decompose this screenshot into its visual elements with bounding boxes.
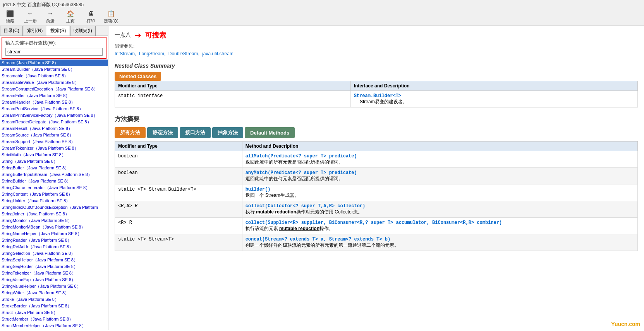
method-desc: 执行该流的元素 mutable reduction操作。 bbox=[246, 226, 333, 231]
list-item[interactable]: Stub（Java Platform SE 8） bbox=[0, 329, 108, 330]
modifier-cell: static <T> Stream<T> bbox=[115, 234, 242, 251]
list-item[interactable]: StringMonitor（Java Platform SE 8） bbox=[0, 217, 108, 224]
list-item[interactable]: StringBuffer（Java Platform SE 8） bbox=[0, 165, 108, 171]
list-item[interactable]: StringJoiner（Java Platform SE 8） bbox=[0, 211, 108, 217]
modifier-text: static <T> Stream<T> bbox=[118, 237, 174, 242]
list-item[interactable]: StreamCorruptedException（Java Platform S… bbox=[0, 86, 108, 92]
list-item[interactable]: Streamable（Java Platform SE 8） bbox=[0, 73, 108, 79]
see-also-link-doublestream[interactable]: DoubleStream, bbox=[168, 51, 199, 56]
list-item[interactable]: StringCharacterIterator（Java Platform SE… bbox=[0, 184, 108, 191]
list-item[interactable]: StructMember（Java Platform SE 8） bbox=[0, 316, 108, 322]
tab-default-methods[interactable]: Default Methods bbox=[245, 127, 295, 138]
list-item[interactable]: StreamPrintServiceFactory（Java Platform … bbox=[0, 112, 108, 119]
method-cell: allMatch(Predicate<? super T> predicate)… bbox=[242, 151, 637, 168]
list-item[interactable]: StringMonitorMBean（Java Platform SE 8） bbox=[0, 224, 108, 230]
builder-link[interactable]: builder() bbox=[246, 187, 271, 192]
collect1-link[interactable]: collect(Collector<? super T,A,R> collect… bbox=[246, 203, 366, 209]
list-item[interactable]: StreamResult（Java Platform SE 8） bbox=[0, 125, 108, 132]
list-item[interactable]: Stream (Java Platform SE 8） bbox=[0, 60, 108, 66]
tab-static-methods[interactable]: 静态方法 bbox=[147, 127, 178, 138]
list-item[interactable]: StringWriter（Java Platform SE 8） bbox=[0, 290, 108, 296]
modifier-cell: <R> R bbox=[115, 218, 242, 234]
list-item[interactable]: StreamSource（Java Platform SE 8） bbox=[0, 132, 108, 138]
tab-all-methods[interactable]: 所有方法 bbox=[115, 127, 146, 138]
method-table: Modifier and Type Method and Description… bbox=[115, 141, 638, 251]
annotation-area: 一点八 ➔ 可搜索 bbox=[115, 29, 638, 41]
list-container[interactable]: Stream (Java Platform SE 8） Stream.Build… bbox=[0, 60, 108, 330]
method-col-modifier: Modifier and Type bbox=[115, 142, 242, 151]
see-also-link-intstream[interactable]: IntStream, bbox=[115, 51, 136, 56]
modifier-text: <R> R bbox=[118, 220, 132, 225]
tab-favorites[interactable]: 收藏夹(I) bbox=[70, 26, 95, 36]
tabs-row: 目录(C) 索引(N) 搜索(S) 收藏夹(I) bbox=[0, 26, 108, 36]
right-panel: 一点八 ➔ 可搜索 另请参见: IntStream, LongStream, D… bbox=[108, 26, 644, 330]
method-desc: 创建一个懒洋洋的级联流的元素的所有元素的第一流通过第二个流的元素。 bbox=[246, 242, 399, 248]
back-button[interactable]: ← 上一步 bbox=[23, 10, 37, 24]
list-item[interactable]: StringBufferInputStream（Java Platform SE… bbox=[0, 171, 108, 178]
list-item[interactable]: StringSeqHolder（Java Platform SE 8） bbox=[0, 263, 108, 270]
nested-classes-header-btn[interactable]: Nested Classes bbox=[115, 72, 161, 81]
tab-abstract-methods[interactable]: 抽象方法 bbox=[212, 127, 243, 138]
options-button[interactable]: 📋 选项(Q) bbox=[104, 10, 118, 24]
tab-interface-methods[interactable]: 接口方法 bbox=[180, 127, 211, 138]
list-item[interactable]: StringHolder（Java Platform SE 8） bbox=[0, 198, 108, 204]
list-item[interactable]: StringReader（Java Platform SE 8） bbox=[0, 237, 108, 244]
list-item[interactable]: StringRefAddr（Java Platform SE 8） bbox=[0, 244, 108, 250]
anymatch-link[interactable]: anyMatch(Predicate<? super T> predicate) bbox=[246, 170, 357, 176]
method-desc: 返回一个 Stream生成器。 bbox=[246, 193, 299, 198]
concat-link[interactable]: concat(Stream<? extends T> a, Stream<? e… bbox=[246, 237, 390, 242]
annotation-label: 一点八 bbox=[115, 32, 131, 39]
method-cell: builder() 返回一个 Stream生成器。 bbox=[242, 184, 637, 201]
see-also-link-longstream[interactable]: LongStream, bbox=[139, 51, 166, 56]
list-item[interactable]: StreamableValue（Java Platform SE 8） bbox=[0, 79, 108, 86]
list-item[interactable]: StringSelection（Java Platform SE 8） bbox=[0, 250, 108, 257]
home-button[interactable]: 🏠 主页 bbox=[64, 10, 77, 24]
list-item[interactable]: StringTokenizer（Java Platform SE 8） bbox=[0, 270, 108, 276]
search-input[interactable] bbox=[5, 48, 103, 56]
tab-index[interactable]: 索引(N) bbox=[24, 26, 46, 36]
list-item[interactable]: Stroke（Java Platform SE 8） bbox=[0, 296, 108, 303]
list-item[interactable]: StrictMath（Java Platform SE 8） bbox=[0, 152, 108, 158]
method-desc: 返回此流中的任何元素是否匹配所提供的谓词。 bbox=[246, 176, 343, 181]
search-label: 输入关键字进行查找(W): bbox=[3, 38, 105, 47]
list-item[interactable]: Stream.Builder（Java Platform SE 8） bbox=[0, 66, 108, 73]
hide-icon: ⬛ bbox=[5, 10, 15, 17]
see-also-link-javautilstream[interactable]: java.util.stream bbox=[202, 51, 234, 56]
stream-builder-link[interactable]: Stream.Builder<T> bbox=[354, 93, 401, 99]
list-item[interactable]: StreamTokenizer（Java Platform SE 8） bbox=[0, 145, 108, 152]
method-cell: anyMatch(Predicate<? super T> predicate)… bbox=[242, 168, 637, 184]
list-item[interactable]: StringBuilder（Java Platform SE 8） bbox=[0, 178, 108, 184]
list-item[interactable]: StringNameHelper（Java Platform SE 8） bbox=[0, 230, 108, 237]
modifier-cell: boolean bbox=[115, 168, 242, 184]
list-item[interactable]: String（Java Platform SE 8） bbox=[0, 158, 108, 165]
table-row: <R,A> R collect(Collector<? super T,A,R>… bbox=[115, 201, 638, 218]
allmatch-link[interactable]: allMatch(Predicate<? super T> predicate) bbox=[246, 154, 357, 159]
list-item[interactable]: StreamFilter（Java Platform SE 8） bbox=[0, 92, 108, 99]
list-item[interactable]: StrokeBorder（Java Platform SE 8） bbox=[0, 303, 108, 309]
list-item[interactable]: StreamHandler（Java Platform SE 8） bbox=[0, 99, 108, 106]
list-item[interactable]: StructMemberHelper（Java Platform SE 8） bbox=[0, 322, 108, 329]
list-item[interactable]: StringIndexOutOfBoundsException（Java Pla… bbox=[0, 204, 108, 211]
modifier-text: boolean bbox=[118, 170, 137, 176]
arrow-icon: ➔ bbox=[135, 31, 141, 40]
nested-class-summary: Nested Class Summary Nested Classes Modi… bbox=[115, 63, 638, 107]
list-item[interactable]: Struct（Java Platform SE 8） bbox=[0, 309, 108, 316]
table-row: static <T> Stream<T> concat(Stream<? ext… bbox=[115, 234, 638, 251]
tab-toc[interactable]: 目录(C) bbox=[0, 26, 23, 36]
method-desc: 执行 mutable reduction操作对元素的使用 Collector流。 bbox=[246, 209, 362, 215]
forward-button[interactable]: → 前进 bbox=[43, 10, 57, 24]
search-highlight-area: 输入关键字进行查找(W): bbox=[2, 37, 106, 59]
list-item[interactable]: StreamReaderDelegate（Java Platform SE 8） bbox=[0, 119, 108, 125]
list-item[interactable]: StringValueHelper（Java Platform SE 8） bbox=[0, 283, 108, 290]
list-item[interactable]: StringValueExp（Java Platform SE 8） bbox=[0, 276, 108, 283]
list-item[interactable]: StringSeqHelper（Java Platform SE 8） bbox=[0, 257, 108, 263]
hide-button[interactable]: ⬛ 隐藏 bbox=[3, 10, 17, 24]
list-item[interactable]: StringContent（Java Platform SE 8） bbox=[0, 191, 108, 198]
tab-search[interactable]: 搜索(S) bbox=[47, 26, 69, 36]
list-item[interactable]: StreamPrintService（Java Platform SE 8） bbox=[0, 106, 108, 112]
modifier-text: static <T> Stream.Builder<T> bbox=[118, 187, 196, 192]
list-item[interactable]: StreamSupport（Java Platform SE 8） bbox=[0, 138, 108, 145]
collect2-link[interactable]: collect(Supplier<R> supplier, BiConsumer… bbox=[246, 220, 502, 225]
print-button[interactable]: 🖨 打印 bbox=[84, 10, 98, 24]
print-icon: 🖨 bbox=[86, 10, 95, 17]
